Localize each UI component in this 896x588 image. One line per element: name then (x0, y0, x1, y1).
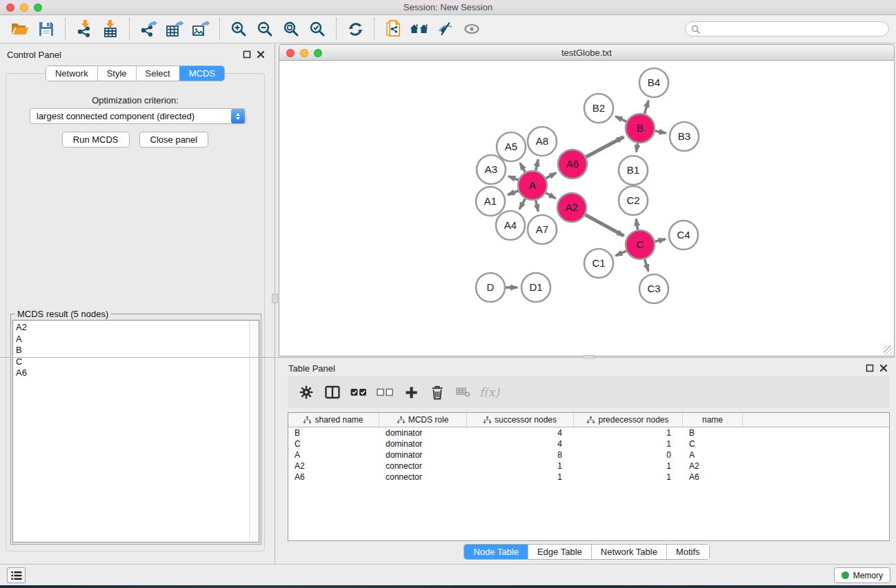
add-row-button[interactable] (398, 379, 424, 405)
table-cell[interactable]: connector (379, 472, 467, 483)
search-input[interactable] (704, 24, 883, 34)
node-table[interactable]: shared nameMCDS rolesuccessor nodesprede… (288, 412, 890, 541)
graph-node-A1[interactable]: A1 (476, 187, 505, 216)
column-header-name[interactable]: name (683, 413, 743, 427)
table-cell[interactable]: 1 (467, 472, 574, 483)
home-button[interactable] (406, 17, 432, 41)
table-cell[interactable]: B (683, 427, 743, 438)
column-header-predecessor-nodes[interactable]: predecessor nodes (574, 413, 683, 427)
graph-edge-A-A7[interactable] (536, 200, 539, 211)
graph-node-A3[interactable]: A3 (477, 155, 506, 184)
result-item[interactable]: A (16, 334, 249, 345)
graph-node-D[interactable]: D (476, 273, 505, 302)
tab-style[interactable]: Style (97, 66, 136, 81)
result-item[interactable]: B (16, 345, 249, 356)
show-columns-button[interactable] (319, 379, 346, 405)
zoom-in-button[interactable] (226, 17, 252, 41)
result-item[interactable]: A6 (16, 367, 249, 379)
graph-node-C2[interactable]: C2 (619, 186, 648, 215)
table-cell[interactable]: A (288, 449, 379, 460)
memory-button[interactable]: Memory (834, 567, 890, 583)
mcds-list-scrollbar[interactable] (249, 321, 259, 542)
graph-node-A6[interactable]: A6 (558, 150, 587, 179)
table-cell[interactable]: 8 (467, 449, 574, 460)
table-cell[interactable]: dominator (379, 427, 467, 438)
graph-node-A5[interactable]: A5 (497, 132, 526, 161)
network-canvas[interactable]: B4B2BB3A5A8A6A3B1AA1C2A2A4A7C4CC1DD1C3 (279, 61, 895, 356)
table-cell[interactable]: dominator (379, 449, 467, 460)
column-header-successor-nodes[interactable]: successor nodes (467, 413, 574, 427)
graph-node-C3[interactable]: C3 (639, 274, 668, 303)
graph-node-A7[interactable]: A7 (528, 215, 557, 244)
tab-node-table[interactable]: Node Table (464, 545, 528, 559)
graph-node-B3[interactable]: B3 (670, 122, 699, 151)
close-panel-button[interactable] (256, 50, 265, 59)
task-history-button[interactable] (7, 567, 26, 583)
graph-edge-B-B1[interactable] (636, 143, 637, 152)
refresh-button[interactable] (342, 17, 368, 41)
table-cell[interactable]: A6 (683, 472, 743, 483)
close-panel-action-button[interactable]: Close panel (139, 132, 209, 148)
graph-edge-A-A8[interactable] (536, 159, 539, 170)
graph-node-D1[interactable]: D1 (521, 273, 550, 302)
run-mcds-button[interactable]: Run MCDS (62, 132, 130, 148)
import-network-button[interactable] (71, 17, 97, 41)
table-settings-button[interactable] (293, 379, 319, 405)
graph-node-B2[interactable]: B2 (584, 94, 613, 123)
network-window-titlebar[interactable]: testGlobe.txt (279, 44, 895, 61)
table-cell[interactable]: C (288, 438, 379, 449)
graph-node-A2[interactable]: A2 (557, 193, 586, 222)
table-row[interactable]: Bdominator41B (288, 427, 889, 438)
tab-select[interactable]: Select (136, 66, 179, 81)
resize-grip[interactable] (884, 345, 893, 354)
table-row[interactable]: A6connector11A6 (288, 472, 889, 483)
graph-node-A4[interactable]: A4 (496, 211, 525, 240)
export-network-button[interactable] (135, 17, 161, 41)
graph-node-A[interactable]: A (518, 171, 547, 200)
graph-edge-A-A6[interactable] (546, 173, 556, 179)
splitter-grip[interactable] (272, 294, 278, 303)
table-cell[interactable]: 1 (574, 438, 683, 449)
table-cell[interactable]: 1 (467, 460, 574, 472)
select-all-button[interactable] (346, 379, 372, 405)
graph-edge-A-A5[interactable] (520, 163, 525, 172)
deselect-all-button[interactable] (372, 379, 398, 405)
table-cell[interactable]: C (683, 438, 743, 449)
tab-network[interactable]: Network (46, 66, 97, 81)
graph-edge-A6-B[interactable] (586, 137, 624, 157)
function-builder-label[interactable]: f(x) (479, 385, 499, 399)
table-cell[interactable]: A2 (683, 460, 743, 472)
search-box[interactable] (685, 21, 889, 37)
graph-edge-A-A1[interactable] (508, 191, 518, 195)
graph-edge-C-C4[interactable] (655, 239, 665, 241)
tab-motifs[interactable]: Motifs (666, 545, 709, 559)
export-table-button[interactable] (161, 17, 188, 41)
delete-table-button[interactable] (450, 379, 477, 405)
close-table-panel-button[interactable] (879, 364, 888, 373)
graph-node-B1[interactable]: B1 (619, 156, 648, 185)
zoom-selected-button[interactable] (304, 17, 330, 41)
zoom-out-button[interactable] (252, 17, 278, 41)
graph-node-C[interactable]: C (626, 230, 655, 259)
graph-node-B4[interactable]: B4 (639, 68, 668, 97)
table-cell[interactable]: connector (379, 460, 467, 472)
graph-edge-C-C3[interactable] (645, 259, 648, 271)
show-details-button[interactable] (459, 17, 485, 41)
column-header-shared-name[interactable]: shared name (288, 413, 379, 427)
tab-edge-table[interactable]: Edge Table (528, 545, 591, 559)
open-file-button[interactable] (7, 17, 33, 41)
float-table-panel-button[interactable] (865, 364, 874, 373)
table-row[interactable]: Cdominator41C (288, 438, 889, 449)
graph-node-B[interactable]: B (626, 114, 655, 143)
import-table-button[interactable] (97, 17, 123, 41)
graph-edge-B-B4[interactable] (644, 101, 648, 114)
graph-edge-A-A2[interactable] (546, 193, 555, 199)
graph-node-C1[interactable]: C1 (584, 249, 613, 278)
tab-mcds[interactable]: MCDS (179, 66, 224, 81)
graph-edge-C-C1[interactable] (616, 251, 626, 256)
table-row[interactable]: A2connector11A2 (288, 460, 889, 472)
clone-network-button[interactable] (380, 17, 406, 41)
graph-edge-C-C2[interactable] (636, 219, 637, 230)
save-session-button[interactable] (33, 17, 59, 41)
table-row[interactable]: Adominator80A (288, 449, 889, 460)
